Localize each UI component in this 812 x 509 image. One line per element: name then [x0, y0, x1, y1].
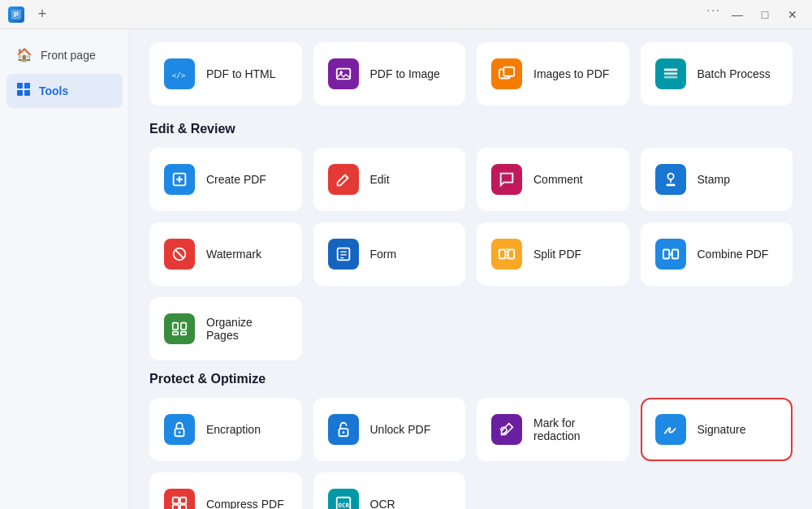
tool-stamp[interactable]: Stamp: [641, 148, 793, 211]
more-options-button[interactable]: ···: [706, 3, 721, 26]
batch-process-label: Batch Process: [698, 67, 771, 80]
stamp-icon: [655, 164, 686, 195]
svg-rect-41: [180, 505, 186, 509]
svg-rect-25: [499, 250, 505, 259]
sidebar-item-front-page[interactable]: 🏠 Front page: [6, 39, 123, 71]
tool-comment[interactable]: Comment: [477, 148, 629, 211]
encryption-icon: [164, 414, 195, 445]
content-area: </> PDF to HTML PDF to Image Images to P…: [130, 29, 812, 509]
tool-organize-pages[interactable]: Organize Pages: [149, 297, 302, 360]
tool-encryption[interactable]: Encraption: [149, 398, 302, 461]
protect-row2: Compress PDF OCR OCR: [149, 472, 793, 509]
tool-create-pdf[interactable]: Create PDF: [149, 148, 302, 211]
close-button[interactable]: ✕: [781, 3, 804, 26]
stamp-label: Stamp: [698, 173, 730, 186]
tool-mark-redaction[interactable]: Mark for redaction: [477, 398, 629, 461]
svg-rect-2: [17, 83, 23, 88]
svg-rect-30: [173, 323, 178, 330]
top-tools-row: </> PDF to HTML PDF to Image Images to P…: [149, 42, 793, 106]
pdf-to-html-label: PDF to HTML: [206, 67, 276, 80]
svg-rect-29: [672, 250, 677, 259]
create-pdf-label: Create PDF: [206, 173, 266, 186]
combine-pdf-label: Combine PDF: [698, 248, 769, 261]
svg-rect-5: [24, 90, 30, 96]
signature-icon: [655, 414, 686, 445]
protect-row1: Encraption Unlock PDF Mark for redaction: [149, 398, 793, 461]
minimize-button[interactable]: —: [726, 3, 749, 26]
home-icon: 🏠: [16, 47, 32, 63]
app-body: 🏠 Front page Tools </> PDF: [0, 29, 812, 509]
sidebar-label-front-page: Front page: [41, 49, 96, 62]
svg-rect-28: [663, 250, 668, 259]
svg-point-35: [179, 431, 181, 434]
tool-watermark[interactable]: Watermark: [149, 222, 302, 286]
protect-optimize-section: Protect & Optimize Encraption Unlock PDF: [149, 372, 793, 509]
svg-rect-13: [663, 76, 677, 79]
compress-pdf-label: Compress PDF: [206, 498, 284, 509]
tool-form[interactable]: Form: [313, 222, 466, 286]
images-to-pdf-label: Images to PDF: [533, 67, 609, 80]
new-tab-button[interactable]: +: [32, 5, 52, 24]
sidebar-item-tools[interactable]: Tools: [6, 74, 123, 108]
tool-combine-pdf[interactable]: Combine PDF: [641, 222, 793, 286]
form-label: Form: [370, 248, 397, 261]
watermark-label: Watermark: [206, 248, 261, 261]
svg-text:</>: </>: [172, 71, 186, 80]
comment-icon: [491, 164, 522, 195]
sidebar-label-tools: Tools: [39, 84, 68, 97]
combine-pdf-icon: [655, 239, 686, 270]
svg-point-17: [667, 174, 673, 179]
watermark-icon: [164, 239, 195, 270]
maximize-button[interactable]: □: [754, 3, 776, 26]
ocr-icon: OCR: [328, 489, 359, 509]
pdf-to-image-label: PDF to Image: [370, 67, 440, 80]
svg-rect-26: [508, 250, 514, 259]
svg-point-37: [342, 431, 344, 434]
svg-text:P: P: [14, 11, 19, 19]
encryption-label: Encraption: [206, 423, 261, 436]
titlebar: P + ··· — □ ✕: [0, 0, 812, 29]
tool-ocr[interactable]: OCR OCR: [313, 472, 466, 509]
app-icon: P: [8, 6, 24, 23]
svg-text:OCR: OCR: [338, 502, 349, 509]
tool-compress-pdf[interactable]: Compress PDF: [149, 472, 302, 509]
svg-rect-31: [181, 323, 186, 330]
svg-rect-12: [663, 72, 677, 75]
batch-process-icon: [655, 58, 686, 89]
form-icon: [328, 239, 359, 270]
svg-rect-10: [503, 67, 514, 76]
svg-line-20: [175, 250, 184, 259]
tool-split-pdf[interactable]: Split PDF: [477, 222, 629, 286]
mark-redaction-label: Mark for redaction: [533, 416, 615, 442]
tools-icon: [16, 82, 31, 100]
tool-edit[interactable]: Edit: [313, 148, 466, 211]
unlock-pdf-label: Unlock PDF: [370, 423, 431, 436]
edit-review-row3: Organize Pages: [149, 297, 793, 360]
pdf-to-image-icon: [328, 58, 359, 89]
svg-rect-32: [173, 332, 178, 335]
tool-batch-process[interactable]: Batch Process: [641, 42, 793, 106]
pdf-to-html-icon: </>: [164, 58, 195, 89]
svg-rect-38: [173, 498, 179, 503]
edit-label: Edit: [370, 173, 390, 186]
svg-rect-39: [180, 498, 186, 503]
signature-label: Signature: [698, 423, 746, 436]
tool-pdf-to-html[interactable]: </> PDF to HTML: [149, 42, 302, 106]
edit-review-section: Edit & Review Create PDF Edit: [149, 122, 793, 360]
tool-images-to-pdf[interactable]: Images to PDF: [477, 42, 629, 106]
titlebar-left: P +: [8, 5, 52, 24]
svg-rect-4: [17, 90, 23, 96]
edit-review-row2: Watermark Form Split PDF: [149, 222, 793, 286]
tool-unlock-pdf[interactable]: Unlock PDF: [313, 398, 466, 461]
tool-signature[interactable]: Signature: [641, 398, 793, 461]
edit-review-title: Edit & Review: [149, 122, 793, 136]
comment-label: Comment: [533, 173, 583, 186]
mark-redaction-icon: [491, 414, 522, 445]
svg-rect-3: [24, 83, 30, 88]
protect-optimize-title: Protect & Optimize: [149, 372, 793, 386]
compress-pdf-icon: [164, 489, 195, 509]
organize-pages-icon: [164, 313, 195, 344]
unlock-pdf-icon: [328, 414, 359, 445]
create-pdf-icon: [164, 164, 195, 195]
tool-pdf-to-image[interactable]: PDF to Image: [313, 42, 466, 106]
